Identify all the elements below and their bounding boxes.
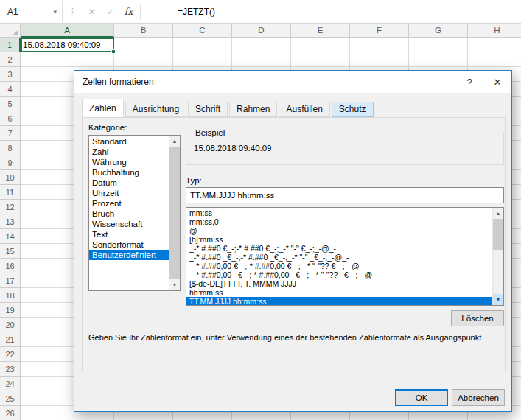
row-header-19[interactable]: 19 — [0, 303, 21, 318]
category-item-buchhaltung[interactable]: Buchhaltung — [89, 167, 169, 178]
row-header-7[interactable]: 7 — [0, 126, 21, 141]
category-item-zahl[interactable]: Zahl — [89, 147, 169, 157]
cell-B2[interactable] — [114, 52, 173, 67]
row-header-1[interactable]: 1 — [0, 38, 21, 52]
cell-E1[interactable] — [291, 38, 350, 52]
column-header-F[interactable]: F — [350, 24, 409, 38]
category-item-uhrzeit[interactable]: Uhrzeit — [89, 188, 169, 198]
cell-C1[interactable] — [173, 38, 232, 52]
cell-C2[interactable] — [173, 52, 232, 67]
cell-D2[interactable] — [232, 52, 291, 67]
insert-function-icon[interactable]: fx — [119, 6, 138, 17]
category-item-bruch[interactable]: Bruch — [89, 209, 169, 219]
cell-D1[interactable] — [232, 38, 291, 52]
dialog-titlebar[interactable]: Zellen formatieren ? ✕ — [74, 71, 511, 93]
confirm-entry-icon[interactable]: ✓ — [101, 7, 119, 17]
column-header-C[interactable]: C — [173, 24, 232, 38]
category-scrollbar-thumb[interactable] — [169, 147, 180, 279]
row-header-14[interactable]: 14 — [0, 229, 21, 244]
category-scroll-down-icon[interactable]: ▼ — [169, 279, 180, 290]
row-header-10[interactable]: 10 — [0, 170, 21, 185]
category-item-prozent[interactable]: Prozent — [89, 198, 169, 209]
tab-font[interactable]: Schrift — [188, 102, 228, 117]
type-input[interactable]: TT.MM.JJJJ hh:mm:ss — [186, 187, 504, 203]
row-header-9[interactable]: 9 — [0, 155, 21, 170]
row-header-11[interactable]: 11 — [0, 185, 21, 200]
cell-H1[interactable] — [468, 38, 521, 52]
column-header-E[interactable]: E — [291, 24, 350, 38]
row-header-2[interactable]: 2 — [0, 52, 21, 67]
cell-A1[interactable]: 15.08.2018 09:40:09 — [21, 38, 114, 52]
format-item-10[interactable]: TT.MM.JJJJ hh:mm:ss — [186, 297, 492, 305]
column-header-H[interactable]: H — [468, 24, 521, 38]
format-item-0[interactable]: mm:ss — [186, 209, 492, 217]
formula-input[interactable]: =JETZT() — [141, 7, 215, 17]
column-header-G[interactable]: G — [409, 24, 468, 38]
row-header-22[interactable]: 22 — [0, 347, 21, 362]
row-header-24[interactable]: 24 — [0, 377, 21, 391]
name-box-dropdown-icon[interactable]: ▾ — [53, 8, 57, 15]
cancel-button[interactable]: Abbrechen — [452, 389, 505, 406]
tab-numbers[interactable]: Zahlen — [82, 99, 124, 117]
row-header-5[interactable]: 5 — [0, 97, 21, 111]
tab-fill[interactable]: Ausfüllen — [279, 102, 329, 117]
row-header-4[interactable]: 4 — [0, 82, 21, 97]
format-item-2[interactable]: @ — [186, 226, 492, 235]
cell-G2[interactable] — [409, 52, 468, 67]
row-header-12[interactable]: 12 — [0, 200, 21, 214]
category-item-text[interactable]: Text — [89, 229, 169, 239]
cell-G1[interactable] — [409, 38, 468, 52]
row-header-17[interactable]: 17 — [0, 273, 21, 288]
tab-alignment[interactable]: Ausrichtung — [125, 102, 186, 117]
cancel-entry-icon[interactable]: ✕ — [83, 7, 101, 17]
ok-button[interactable]: OK — [395, 389, 448, 406]
cell-F1[interactable] — [350, 38, 409, 52]
category-scrollbar-track[interactable] — [169, 147, 180, 279]
category-item-sonderformat[interactable]: Sonderformat — [89, 239, 169, 250]
row-header-18[interactable]: 18 — [0, 288, 21, 303]
category-item-datum[interactable]: Datum — [89, 178, 169, 188]
tab-protection[interactable]: Schutz — [332, 102, 374, 117]
row-header-21[interactable]: 21 — [0, 332, 21, 347]
column-header-D[interactable]: D — [232, 24, 291, 38]
category-item-wissenschaft[interactable]: Wissenschaft — [89, 219, 169, 229]
cell-H2[interactable] — [468, 52, 521, 67]
format-item-9[interactable]: hh:mm:ss — [186, 288, 492, 297]
tab-border[interactable]: Rahmen — [229, 102, 277, 117]
format-item-8[interactable]: [$-de-DE]TTTT, T. MMMM JJJJ — [186, 279, 492, 288]
row-header-13[interactable]: 13 — [0, 214, 21, 229]
row-header-16[interactable]: 16 — [0, 259, 21, 273]
row-header-8[interactable]: 8 — [0, 141, 21, 155]
row-header-23[interactable]: 23 — [0, 362, 21, 377]
format-scrollbar-thumb[interactable] — [493, 219, 503, 250]
format-item-3[interactable]: [h]:mm:ss — [186, 235, 492, 244]
delete-button[interactable]: Löschen — [451, 310, 504, 326]
row-header-6[interactable]: 6 — [0, 111, 21, 126]
format-item-5[interactable]: _-* #.##0 _€_-;-* #.##0 _€_-;_-* "-" _€_… — [186, 253, 492, 262]
category-scroll-up-icon[interactable]: ▲ — [169, 136, 180, 147]
row-header-26[interactable]: 26 — [0, 406, 21, 420]
format-item-6[interactable]: _-* #.##0,00 €_-;-* #.##0,00 €_-;_-* "-"… — [186, 262, 492, 270]
category-item-waehrung[interactable]: Währung — [89, 157, 169, 167]
format-scrollbar-track[interactable] — [493, 219, 503, 294]
select-all-corner[interactable] — [0, 24, 21, 38]
dialog-help-button[interactable]: ? — [455, 71, 483, 93]
format-item-1[interactable]: mm:ss,0 — [186, 217, 492, 226]
dialog-close-button[interactable]: ✕ — [483, 71, 511, 93]
format-scroll-up-icon[interactable]: ▲ — [493, 208, 503, 219]
category-item-standard[interactable]: Standard — [89, 136, 169, 147]
column-header-B[interactable]: B — [114, 24, 173, 38]
category-item-benutzerdefiniert[interactable]: Benutzerdefiniert — [89, 250, 169, 260]
cell-B1[interactable] — [114, 38, 173, 52]
cell-F2[interactable] — [350, 52, 409, 67]
column-header-A[interactable]: A — [21, 24, 114, 38]
cell-A2[interactable] — [21, 52, 114, 67]
format-item-7[interactable]: _-* #.##0,00 _€_-;-* #.##0,00 _€_-;_-* "… — [186, 270, 492, 279]
row-header-20[interactable]: 20 — [0, 318, 21, 332]
row-header-15[interactable]: 15 — [0, 244, 21, 259]
cell-E2[interactable] — [291, 52, 350, 67]
name-box[interactable]: A1 ▾ — [0, 0, 63, 23]
format-scroll-down-icon[interactable]: ▼ — [493, 294, 503, 305]
row-header-3[interactable]: 3 — [0, 67, 21, 82]
row-header-25[interactable]: 25 — [0, 391, 21, 406]
